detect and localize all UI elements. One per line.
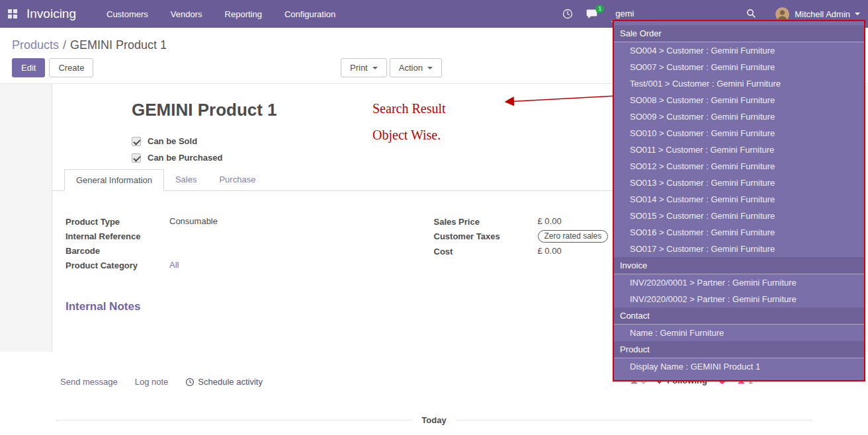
search-results-dropdown: Sale OrderSO004 > Customer : Gemini Furn… (613, 20, 865, 381)
log-note-link[interactable]: Log note (135, 377, 169, 387)
search-result-item[interactable]: SO014 > Customer : Gemini Furniture (614, 191, 864, 208)
barcode-label: Barcode (65, 246, 169, 256)
search-result-item[interactable]: INV/2020/0002 > Partner : Gemini Furnitu… (614, 291, 864, 307)
today-label: Today (421, 415, 446, 425)
search-result-section-header: Invoice (614, 257, 864, 274)
menu-vendors[interactable]: Vendors (171, 9, 202, 19)
annotation-arrow (495, 90, 617, 112)
search-input[interactable] (614, 8, 746, 19)
chatter-links: Send message Log note Schedule activity (60, 377, 263, 387)
product-type-value: Consumable (169, 216, 218, 227)
search-result-item[interactable]: SO015 > Customer : Gemini Furniture (614, 208, 864, 224)
left-field-column: Product Type Consumable Internal Referen… (52, 216, 434, 274)
form-buttons: Edit Create (12, 58, 93, 77)
can-be-purchased-label: Can be Purchased (148, 153, 222, 163)
schedule-activity-label: Schedule activity (198, 377, 263, 387)
internal-reference-row: Internal Reference (65, 230, 434, 242)
annotation-text: Search Result Object Wise. (372, 95, 446, 148)
product-category-row: Product Category All (65, 259, 434, 271)
create-button[interactable]: Create (49, 58, 93, 77)
customer-taxes-tag: Zero rated sales (538, 230, 609, 243)
search-icon[interactable] (746, 9, 756, 18)
tab-general-information[interactable]: General Information (64, 169, 164, 191)
breadcrumb-products-link[interactable]: Products (12, 38, 59, 52)
customer-taxes-label: Customer Taxes (434, 231, 538, 241)
search-result-item[interactable]: Name : Gemini Furniture (614, 325, 864, 341)
search-result-item[interactable]: SO017 > Customer : Gemini Furniture (614, 241, 864, 257)
messages-icon[interactable]: 1 (586, 9, 598, 19)
search-result-item[interactable]: INV/2020/0001 > Partner : Gemini Furnitu… (614, 274, 864, 291)
breadcrumb-current: GEMINI Product 1 (70, 38, 167, 52)
menu-customers[interactable]: Customers (107, 9, 148, 19)
today-divider: Today (0, 415, 868, 425)
search-result-section-header: Contact (614, 307, 864, 325)
user-avatar[interactable] (775, 7, 789, 21)
search-result-item[interactable]: SO009 > Customer : Gemini Furniture (614, 108, 864, 125)
search-result-item[interactable]: SO013 > Customer : Gemini Furniture (614, 175, 864, 191)
search-result-section-header: Product (614, 341, 864, 358)
menu-configuration[interactable]: Configuration (284, 9, 335, 19)
search-result-item[interactable]: SO007 > Customer : Gemini Furniture (614, 59, 864, 75)
edit-button[interactable]: Edit (12, 58, 45, 77)
breadcrumb: Products/GEMINI Product 1 (12, 38, 167, 52)
can-be-purchased-checkbox[interactable] (132, 153, 141, 163)
search-result-item[interactable]: Test/001 > Customer : Gemini Furniture (614, 75, 864, 92)
can-be-sold-checkbox[interactable] (132, 137, 141, 146)
cost-value: £ 0.00 (538, 246, 562, 257)
action-button[interactable]: Action (390, 58, 442, 77)
search-result-item[interactable]: SO010 > Customer : Gemini Furniture (614, 125, 864, 141)
top-menu: Customers Vendors Reporting Configuratio… (107, 9, 335, 19)
annotation-line-2: Object Wise. (372, 122, 446, 148)
product-type-label: Product Type (65, 217, 169, 227)
messages-badge: 1 (595, 5, 604, 13)
product-category-label: Product Category (65, 260, 169, 270)
screen: Invoicing Customers Vendors Reporting Co… (0, 0, 868, 435)
tab-sales[interactable]: Sales (164, 169, 208, 190)
search-result-item[interactable]: Display Name : GEMINI Product 1 (614, 358, 864, 375)
action-button-label: Action (399, 63, 423, 73)
sales-price-value: £ 0.00 (538, 216, 562, 227)
schedule-activity-link[interactable]: Schedule activity (185, 377, 263, 387)
user-menu[interactable]: Mitchell Admin (795, 9, 850, 19)
print-caret-icon (372, 67, 378, 69)
cost-label: Cost (434, 247, 538, 257)
search-result-section-header: Sale Order (614, 25, 864, 42)
product-type-row: Product Type Consumable (65, 216, 434, 227)
menu-reporting[interactable]: Reporting (225, 9, 262, 19)
action-caret-icon (427, 67, 433, 69)
divider-line-right (456, 420, 812, 420)
search-result-item[interactable]: SO004 > Customer : Gemini Furniture (614, 42, 864, 59)
app-name[interactable]: Invoicing (26, 7, 76, 21)
search-result-item[interactable]: SO016 > Customer : Gemini Furniture (614, 224, 864, 241)
apps-menu-icon[interactable] (8, 9, 17, 19)
print-button[interactable]: Print (341, 58, 387, 77)
print-button-label: Print (350, 63, 368, 73)
search-result-item[interactable]: SO008 > Customer : Gemini Furniture (614, 92, 864, 108)
action-buttons: Print Action (341, 58, 442, 77)
internal-reference-label: Internal Reference (65, 231, 169, 241)
can-be-sold-label: Can be Sold (148, 136, 197, 146)
send-message-link[interactable]: Send message (60, 377, 118, 387)
product-category-value[interactable]: All (169, 260, 179, 271)
divider-line-left (56, 420, 412, 420)
schedule-clock-icon (185, 377, 195, 387)
activity-clock-icon[interactable] (562, 9, 573, 19)
chevron-down-icon (855, 13, 860, 15)
sales-price-label: Sales Price (434, 217, 538, 227)
breadcrumb-separator: / (63, 38, 66, 52)
search-result-item[interactable]: SO011 > Customer : Gemini Furniture (614, 141, 864, 158)
search-result-item[interactable]: SO012 > Customer : Gemini Furniture (614, 158, 864, 175)
barcode-row: Barcode (65, 245, 434, 257)
annotation-line-1: Search Result (372, 95, 446, 122)
tab-purchase[interactable]: Purchase (208, 169, 267, 190)
